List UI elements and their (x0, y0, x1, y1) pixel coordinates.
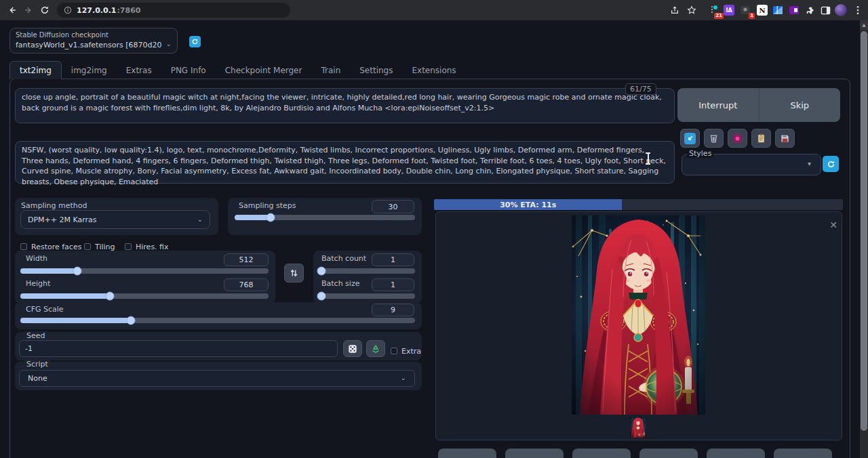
script-label: Script (24, 360, 50, 369)
close-icon[interactable]: ✕ (828, 220, 839, 230)
browser-toolbar: 127.0.0.1 :7860 21 IA 1 N (0, 0, 868, 20)
cfg-scale-label: CFG Scale (26, 305, 64, 314)
interrupt-button[interactable]: Interrupt (677, 88, 760, 122)
output-action-button-2[interactable] (505, 449, 564, 458)
app-window: 127.0.0.1 :7860 21 IA 1 N (0, 0, 868, 458)
seed-extra-checkbox[interactable]: Extra (391, 344, 421, 356)
scrollbar-up-icon[interactable]: ▲ (860, 20, 868, 30)
tab-png-info[interactable]: PNG Info (161, 62, 216, 79)
cfg-block (15, 302, 422, 329)
tab-checkpoint-merger[interactable]: Checkpoint Merger (216, 62, 312, 79)
batch-size-value: 1 (391, 280, 395, 289)
save-style-button[interactable] (775, 129, 795, 148)
batch-count-slider[interactable] (317, 268, 415, 274)
seed-label: Seed (24, 331, 47, 340)
negative-prompt-text: NSFW, (worst quality, low quality:1.4), … (16, 142, 674, 190)
flower-card-icon (732, 133, 743, 144)
output-action-button-3[interactable] (572, 449, 631, 458)
seed-input[interactable]: -1 (19, 340, 338, 357)
main-tabs: txt2img img2img Extras PNG Info Checkpoi… (9, 60, 466, 79)
tab-txt2img[interactable]: txt2img (9, 61, 62, 79)
trash-icon (709, 133, 718, 143)
menu-dots-icon[interactable] (852, 4, 864, 16)
prompt-textarea[interactable]: close up angle, portrait of a beautiful … (15, 88, 675, 123)
prompt-text: close up angle, portrait of a beautiful … (16, 89, 674, 117)
script-value: None (28, 374, 47, 383)
floppy-disk-icon (781, 134, 789, 143)
batch-size-slider[interactable] (317, 293, 415, 299)
url-host: 127.0.0.1 (77, 6, 116, 15)
sampling-method-dropdown[interactable]: DPM++ 2M Karras ⌄ (20, 210, 210, 229)
negative-prompt-textarea[interactable]: NSFW, (worst quality, low quality:1.4), … (15, 141, 675, 184)
side-panel-icon[interactable] (819, 4, 831, 16)
ext-notion-icon[interactable]: N (756, 4, 768, 16)
cfg-scale-input[interactable]: 9 (372, 304, 414, 316)
chevron-down-icon: ▾ (808, 160, 811, 167)
reload-icon[interactable] (38, 3, 52, 17)
clipboard-icon (757, 133, 766, 143)
output-action-button-4[interactable] (639, 449, 698, 458)
clear-prompt-button[interactable] (704, 129, 724, 148)
chevron-down-icon: ⌄ (197, 215, 203, 223)
width-slider[interactable] (20, 268, 269, 274)
tab-extensions[interactable]: Extensions (402, 62, 465, 79)
height-slider[interactable] (20, 293, 269, 299)
generation-progressbar: 30% ETA: 11s (434, 199, 843, 210)
ext-window-icon[interactable] (772, 4, 784, 16)
scrollbar-thumb[interactable] (861, 31, 867, 431)
paste-params-button[interactable] (680, 129, 700, 148)
tab-train[interactable]: Train (311, 62, 350, 79)
sampling-steps-value: 30 (389, 203, 398, 211)
bookmark-star-icon[interactable] (685, 3, 698, 17)
batch-size-label: Batch size (321, 279, 359, 288)
extra-networks-button[interactable] (728, 129, 747, 148)
output-action-button-5[interactable] (707, 449, 765, 458)
share-icon[interactable] (668, 3, 682, 17)
back-icon[interactable] (5, 3, 19, 17)
generated-image[interactable] (572, 215, 705, 415)
output-action-button-1[interactable] (438, 449, 496, 458)
seed-value: -1 (25, 344, 33, 353)
gallery-thumbnail[interactable] (630, 417, 646, 438)
cfg-scale-slider[interactable] (20, 318, 415, 323)
batch-count-input[interactable]: 1 (372, 253, 414, 266)
sampling-steps-input[interactable]: 30 (372, 200, 414, 213)
swap-dimensions-button[interactable] (284, 264, 304, 283)
cfg-scale-value: 9 (391, 306, 395, 314)
tab-img2img[interactable]: img2img (62, 62, 117, 79)
apply-styles-button[interactable] (751, 129, 771, 148)
sampling-steps-slider[interactable] (235, 215, 415, 220)
width-input[interactable]: 512 (224, 253, 269, 266)
checkpoint-refresh-button[interactable] (189, 36, 201, 47)
checkpoint-dropdown[interactable]: Stable Diffusion checkpoint fantasyWorld… (9, 28, 178, 54)
address-bar[interactable]: 127.0.0.1 :7860 (57, 3, 290, 18)
tab-settings[interactable]: Settings (350, 62, 402, 79)
height-label: Height (26, 279, 50, 288)
extensions-puzzle-icon[interactable] (804, 4, 816, 16)
chevron-down-icon: ⌄ (401, 374, 406, 381)
width-value: 512 (239, 255, 254, 264)
tab-extras[interactable]: Extras (117, 62, 161, 79)
sampling-method-label: Sampling method (21, 201, 87, 210)
reuse-seed-button[interactable] (366, 340, 385, 357)
random-seed-button[interactable] (343, 340, 362, 357)
site-info-icon[interactable] (64, 6, 72, 14)
ext-ia-icon[interactable]: IA (723, 4, 735, 16)
height-value: 768 (239, 280, 254, 289)
generate-controls: Interrupt Skip (677, 88, 840, 122)
chevron-down-icon: ⌄ (166, 40, 172, 47)
skip-button[interactable]: Skip (760, 88, 841, 122)
url-port: :7860 (117, 6, 140, 15)
ext-purple-icon[interactable] (788, 4, 800, 16)
arrow-down-left-icon (687, 135, 694, 142)
script-dropdown[interactable]: None ⌄ (19, 370, 415, 387)
forward-icon[interactable] (22, 3, 35, 17)
checkpoint-value: fantasyWorld_v1.safetensors [6870d20fac] (16, 41, 161, 49)
ext-pin-icon[interactable]: 21 (708, 4, 720, 16)
height-input[interactable]: 768 (224, 278, 269, 291)
batch-size-input[interactable]: 1 (372, 278, 414, 291)
profile-avatar[interactable] (835, 4, 847, 16)
styles-refresh-button[interactable] (823, 156, 839, 172)
output-action-button-6[interactable] (774, 449, 832, 458)
ext-camera-icon[interactable]: 1 (739, 4, 751, 16)
